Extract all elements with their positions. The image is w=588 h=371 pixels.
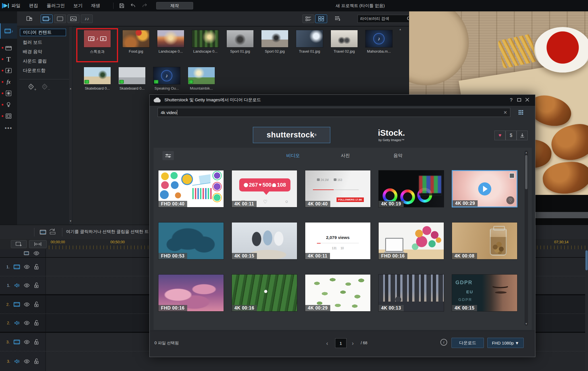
stock-video-tile[interactable]: 2,079 views 13110 4K 00:11 [305,222,371,259]
stock-video-tile[interactable]: FHD 00:16 [378,222,444,259]
provider-shutterstock-tab[interactable]: shutterstock® [253,127,330,143]
favorites-button[interactable]: ♥ [494,131,506,140]
downloaded-button[interactable] [517,131,528,140]
media-item-video[interactable]: Mountainbik... [188,67,215,90]
scroll-down-arrow[interactable]: ▼ [525,322,528,325]
rail-subtitle-room[interactable] [0,110,17,122]
media-item-video[interactable]: Skateboard 0... [84,67,111,90]
sort-button[interactable] [333,15,343,23]
stock-search-input[interactable]: 4k video ✕ [158,108,510,117]
eye-icon[interactable] [24,302,30,307]
stock-video-tile[interactable]: FHD 00:40 [158,170,224,207]
page-number-input[interactable]: 1 [335,338,346,348]
dialog-close-button[interactable] [523,97,531,103]
rail-more[interactable]: ••• [0,122,17,134]
rail-media-room[interactable]: ♪ [0,23,17,39]
stock-video-tile-selected[interactable]: ♡ 4K 00:29 [452,170,517,207]
lock-open-icon[interactable] [34,302,39,307]
scrollbar-thumb[interactable] [525,155,527,189]
panel-scroll-up[interactable]: ▲ [69,87,72,90]
menu-file[interactable]: 파일 [11,3,20,9]
rail-pip-room[interactable] [0,88,17,99]
lock-open-icon[interactable] [34,283,39,288]
favorite-heart-button[interactable]: ♡ [506,196,514,204]
stock-video-tile[interactable]: 267 ♥500 108 ▢♡○ 4K 00:11 [232,170,297,207]
info-icon[interactable]: i [440,339,447,346]
media-item[interactable]: Food.jpg [122,30,150,53]
library-search-input[interactable]: 라이브러리 검색 [358,15,414,23]
undo-icon[interactable] [129,2,137,9]
eye-icon[interactable] [24,358,30,364]
category-media-content[interactable]: 미디어 컨텐트 [20,29,66,36]
eye-icon[interactable] [24,339,30,345]
lock-open-icon[interactable] [34,320,39,326]
filter-music-button[interactable]: ♪♪ [81,15,93,23]
list-view-button[interactable] [302,15,314,23]
scroll-up-arrow[interactable]: ▲ [525,151,528,154]
stock-video-tile[interactable]: 4K 00:29 [305,274,371,312]
category-sound-clip[interactable]: 사운드 클립 [20,57,66,65]
filter-options-button[interactable] [162,151,174,160]
menu-play[interactable]: 재생 [91,3,100,9]
stock-video-tile[interactable]: FHD 00:53 [158,222,224,259]
tag-add-icon[interactable]: + [28,83,35,90]
produce-button[interactable]: 제작 [156,2,193,9]
rail-edit-room[interactable] [0,42,17,53]
tab-photo[interactable]: 사진 [341,153,350,159]
tab-video[interactable]: 비디오 [286,153,300,159]
media-item[interactable]: Travel 01.jpg [296,30,323,53]
eye-icon[interactable] [24,264,30,270]
dialog-grid-view-button[interactable] [516,108,526,116]
dialog-maximize-button[interactable] [515,97,523,103]
media-item-audio[interactable]: ♪Speaking Ou... [153,67,180,90]
dialog-scrollbar[interactable]: ▲ ▼ [525,151,528,326]
rail-particle-room[interactable] [0,99,17,110]
media-item[interactable]: Sport 02.jpg [261,30,288,53]
stock-video-tile[interactable]: 4K 00:08 [452,222,517,259]
insert-to-timeline-icon[interactable] [49,228,56,235]
grid-view-button[interactable] [315,15,327,23]
stock-video-tile[interactable]: FHD 00:16 [158,274,224,312]
category-bg-music[interactable]: 배경 음악 [20,48,66,55]
lock-open-icon[interactable] [34,264,39,270]
category-download-box[interactable]: 다운로드함 [20,67,66,74]
eye-icon[interactable] [34,250,39,256]
track-manager-icon[interactable] [39,228,47,236]
menu-edit[interactable]: 편집 [29,3,38,9]
panel-scrollbar[interactable] [69,27,72,224]
media-item[interactable]: Landscape 0... [157,30,184,53]
timeline-scrollbar[interactable] [585,249,588,371]
filter-video-button[interactable] [54,15,66,23]
stock-video-tile[interactable]: 4K 00:19 [378,170,444,207]
stock-video-tile[interactable]: 24.1M163 FOLLOWERS 17.6K 4K 00:40 [305,170,371,207]
play-button[interactable] [478,182,491,195]
snap-trim-button[interactable] [29,240,47,248]
menu-view[interactable]: 보기 [73,3,82,9]
lock-open-icon[interactable] [34,358,39,364]
panel-scroll-down[interactable]: ▼ [69,220,72,222]
selection-checkbox[interactable] [509,173,515,178]
dialog-titlebar[interactable]: Shutterstock 및 Getty Images에서 미디어 다운로드 ? [150,95,535,106]
clear-search-icon[interactable]: ✕ [504,110,507,115]
eye-icon[interactable] [24,283,30,288]
tag-remove-icon[interactable]: − [42,83,49,90]
import-media-button[interactable] [24,15,34,23]
rail-transition-room[interactable] [0,65,17,76]
grid-scroll-up[interactable]: ▲ [399,28,402,31]
redo-icon[interactable] [141,2,148,9]
rail-effect-room[interactable]: fx [0,76,17,88]
category-color-board[interactable]: 컬러 보드 [20,39,66,46]
next-page-button[interactable]: › [350,338,356,348]
filter-photo-button[interactable] [67,15,79,23]
stock-video-tile[interactable]: 4K 00:15 [232,222,297,259]
media-item-audio[interactable]: ♪Mahoroba.m... [365,30,393,53]
purchased-button[interactable]: $ [506,131,517,140]
media-item[interactable]: Sport 01.jpg [226,30,254,53]
dialog-help-button[interactable]: ? [507,97,515,103]
stock-video-tile[interactable]: GDPR EU GDPR 4K 00:15 [452,274,517,312]
rail-title-room[interactable]: T [0,53,17,65]
stock-video-tile[interactable]: 4K 00:13 [378,274,444,312]
save-icon[interactable] [118,2,125,9]
add-track-button[interactable] [11,240,27,248]
filter-all-media-button[interactable]: ♪ [41,15,53,23]
